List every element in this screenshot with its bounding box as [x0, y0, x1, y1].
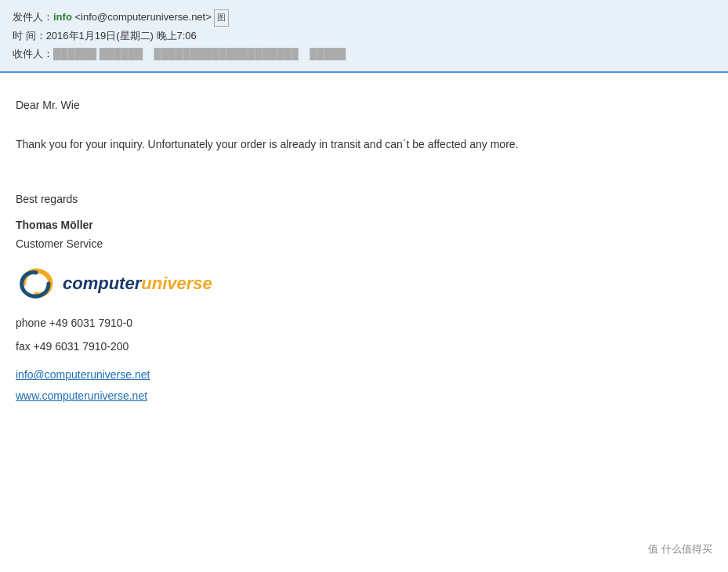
email-link[interactable]: info@computeruniverse.net — [16, 366, 712, 383]
logo-text: computeruniverse — [63, 270, 212, 297]
sender-name-bold: Thomas Möller — [16, 216, 712, 234]
email-header: 发件人： info <info@computeruniverse.net> 图 … — [0, 0, 728, 73]
company-logo: computeruniverse — [16, 267, 712, 300]
email-body: Dear Mr. Wie Thank you for your inquiry.… — [0, 73, 728, 424]
sender-icon: 图 — [214, 9, 229, 27]
watermark: 值 什么值得买 — [648, 542, 712, 556]
logo-icon — [16, 267, 56, 300]
main-message-text: Thank you for your inquiry. Unfortunatel… — [16, 136, 712, 153]
sender-name: info — [53, 8, 72, 26]
greeting-text: Dear Mr. Wie — [16, 96, 712, 114]
sender-title: Customer Service — [16, 235, 712, 252]
website-link[interactable]: www.computeruniverse.net — [16, 387, 712, 404]
time-value: 2016年1月19日(星期二) 晚上7:06 — [46, 27, 197, 45]
time-label: 时 间： — [13, 27, 46, 45]
phone-info: phone +49 6031 7910-0 — [16, 314, 712, 331]
recipient-label: 收件人： — [13, 45, 53, 63]
best-regards-text: Best regards — [16, 190, 712, 208]
fax-info: fax +49 6031 7910-200 — [16, 338, 712, 355]
recipient-value: ██████ ██████ ████████████████████ █████ — [53, 45, 346, 63]
sender-label: 发件人： — [13, 8, 53, 26]
sender-email: <info@computeruniverse.net> — [72, 8, 212, 26]
